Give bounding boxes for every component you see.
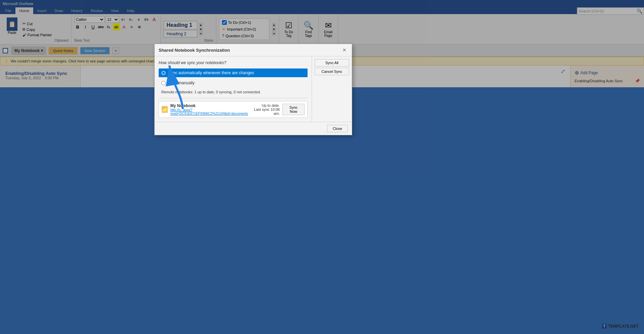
dialog-footer: Close (155, 122, 352, 135)
auto-sync-radio[interactable] (161, 71, 166, 75)
last-sync-text: Last sync 10:06 am. (251, 107, 280, 115)
sync-now-button[interactable]: Sync Now (282, 104, 305, 115)
dialog-title: Shared Notebook Synchronization (159, 48, 230, 53)
dialog-titlebar: Shared Notebook Synchronization ✕ (155, 44, 352, 56)
notebook-url[interactable]: http://o...aspx?resid=DC51E671EF938AC2%2… (170, 108, 248, 115)
auto-sync-label: Sync automatically whenever there are ch… (168, 70, 254, 75)
manual-sync-radio-row[interactable]: Sync manually (159, 79, 308, 87)
notebook-row: 📁 My Notebook http://o...aspx?resid=DC51… (159, 101, 308, 118)
notebook-sync-status: Up to date. Last sync 10:06 am. (251, 103, 280, 115)
sync-dialog: Shared Notebook Synchronization ✕ How sh… (154, 44, 352, 135)
auto-sync-radio-row[interactable]: Sync automatically whenever there are ch… (159, 68, 308, 77)
dialog-question: How should we sync your notebooks? (159, 60, 308, 65)
sync-status-text: Up to date. (251, 103, 280, 107)
close-button[interactable]: Close (327, 125, 348, 132)
notebook-folder-icon: 📁 (162, 106, 168, 113)
dialog-left: How should we sync your notebooks? Sync … (155, 56, 312, 122)
manual-sync-radio[interactable] (161, 81, 166, 85)
notebook-name-text: My Notebook (170, 103, 248, 108)
dialog-separator (159, 98, 308, 98)
dialog-close-button[interactable]: ✕ (341, 47, 348, 53)
notebook-info: My Notebook http://o...aspx?resid=DC51E6… (170, 103, 248, 115)
dialog-right: Sync All Cancel Sync (312, 56, 352, 122)
dialog-status-text: Remote notebooks: 1 up to date, 0 syncin… (159, 89, 308, 95)
sync-all-button[interactable]: Sync All (315, 59, 349, 66)
cancel-sync-button[interactable]: Cancel Sync (315, 68, 349, 75)
dialog-main: How should we sync your notebooks? Sync … (155, 56, 352, 122)
manual-sync-label: Sync manually (168, 81, 195, 85)
